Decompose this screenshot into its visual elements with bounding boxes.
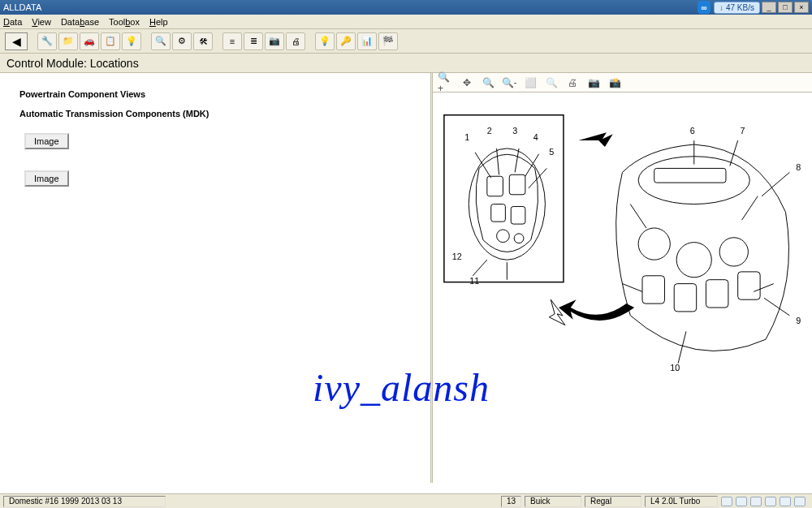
menu-data[interactable]: Data <box>3 17 22 27</box>
status-make: Buick <box>525 496 581 507</box>
svg-point-7 <box>514 234 524 243</box>
svg-line-28 <box>678 331 686 363</box>
minimize-button[interactable]: _ <box>762 2 776 13</box>
status-model: Regal <box>585 496 641 507</box>
tool-icon-6[interactable]: 🔍 <box>151 32 171 50</box>
status-engine: L4 2.0L Turbo <box>645 496 718 507</box>
svg-rect-5 <box>511 206 525 224</box>
content-area: Powertrain Component Views Automatic Tra… <box>0 73 812 483</box>
tool-icon-3[interactable]: 🚗 <box>80 32 99 50</box>
left-pane: Powertrain Component Views Automatic Tra… <box>0 73 430 483</box>
svg-rect-4 <box>491 204 506 222</box>
svg-line-10 <box>515 149 519 172</box>
heading-powertrain: Powertrain Component Views <box>19 89 421 99</box>
status-domestic: Domestic #16 1999 2013 03 13 <box>3 496 166 507</box>
menu-view[interactable]: View <box>32 17 51 27</box>
diagram-viewport[interactable]: 1 2 3 4 5 11 12 <box>433 93 812 483</box>
status-bar: Domestic #16 1999 2013 03 13 13 Buick Re… <box>0 493 812 508</box>
callout-7: 7 <box>741 126 745 136</box>
print-icon[interactable]: 🖨 <box>286 32 305 50</box>
svg-rect-16 <box>654 168 726 183</box>
svg-point-6 <box>497 230 510 243</box>
print-image-icon[interactable]: 🖨 <box>564 75 581 90</box>
svg-point-18 <box>676 243 711 278</box>
svg-rect-3 <box>509 174 525 195</box>
menu-database[interactable]: Database <box>61 17 99 27</box>
right-pane: 🔍+ ✥ 🔍 🔍- ⬜ 🔍 🖨 📷 📸 <box>433 73 812 483</box>
callout-6: 6 <box>690 126 695 136</box>
callout-2: 2 <box>487 126 492 136</box>
svg-rect-20 <box>642 276 664 304</box>
camera2-icon[interactable]: 📸 <box>607 75 623 90</box>
tool-icon-13[interactable]: 💡 <box>315 32 335 50</box>
tool-icon-8[interactable]: 🛠 <box>193 32 213 50</box>
tool-icon-15[interactable]: 📊 <box>357 32 377 50</box>
close-button[interactable]: × <box>794 2 809 13</box>
callout-3: 3 <box>512 126 517 136</box>
breadcrumb-bar: Control Module: Locations <box>0 54 812 73</box>
svg-rect-0 <box>444 115 564 282</box>
image-button-1[interactable]: Image <box>24 133 69 149</box>
tool-icon-1[interactable]: 🔧 <box>37 32 57 50</box>
tool-icon-10[interactable]: ≣ <box>244 32 263 50</box>
image-button-2[interactable]: Image <box>24 170 69 187</box>
callout-4: 4 <box>533 132 538 142</box>
zoom-reset-icon[interactable]: 🔍 <box>543 75 559 90</box>
arrow-curved-icon <box>559 299 634 321</box>
tool-icon-4[interactable]: 📋 <box>101 32 120 50</box>
svg-point-1 <box>469 149 545 260</box>
camera-icon[interactable]: 📷 <box>585 75 602 90</box>
speed-label: 47 KB/s <box>726 3 754 12</box>
title-bar: ALLDATA _ □ × <box>0 0 812 15</box>
status-year: 13 <box>501 496 521 507</box>
arrow-right-icon <box>579 132 613 147</box>
main-toolbar: ◀ 🔧 📁 🚗 📋 💡 🔍 ⚙ 🛠 ≡ ≣ 📷 🖨 💡 🔑 📊 🏁 <box>0 29 812 54</box>
zoom-fit-icon[interactable]: ⬜ <box>522 75 538 90</box>
callout-9: 9 <box>796 316 801 325</box>
svg-point-17 <box>638 228 670 260</box>
status-tray <box>721 497 809 506</box>
svg-line-9 <box>497 149 499 174</box>
tool-icon-7[interactable]: ⚙ <box>172 32 192 50</box>
tray-icon-3[interactable] <box>750 497 762 506</box>
callout-12: 12 <box>452 252 462 261</box>
zoom-tool-icon[interactable]: 🔍 <box>480 75 496 90</box>
tool-icon-9[interactable]: ≡ <box>222 32 242 50</box>
back-button[interactable]: ◀ <box>5 32 28 50</box>
watermark-text: ivy_alansh <box>313 365 490 410</box>
svg-line-13 <box>473 260 487 276</box>
tray-icon-5[interactable] <box>780 497 791 506</box>
zoom-out-icon[interactable]: 🔍- <box>501 75 517 90</box>
callout-1: 1 <box>464 132 469 142</box>
menu-help[interactable]: Help <box>149 17 168 27</box>
menu-toolbox[interactable]: Toolbox <box>109 17 140 27</box>
tool-icon-11[interactable]: 📷 <box>265 32 284 50</box>
callout-11: 11 <box>469 276 479 286</box>
tool-icon-2[interactable]: 📁 <box>58 32 78 50</box>
tray-icon-1[interactable] <box>721 497 732 506</box>
arrow-down-icon <box>549 299 565 325</box>
callout-5: 5 <box>549 147 554 157</box>
callout-10: 10 <box>670 363 680 372</box>
breadcrumb-text: Control Module: Locations <box>6 57 139 70</box>
down-arrow-icon: ↓ <box>719 3 723 12</box>
heading-transmission: Automatic Transmission Components (MDK) <box>19 109 421 118</box>
pan-icon[interactable]: ✥ <box>459 75 475 90</box>
speed-indicator-area: ∞ ↓ 47 KB/s <box>698 1 760 14</box>
callout-8: 8 <box>796 162 801 172</box>
tool-icon-16[interactable]: 🏁 <box>378 32 398 50</box>
zoom-in-icon[interactable]: 🔍+ <box>438 75 454 90</box>
tool-icon-14[interactable]: 🔑 <box>336 32 356 50</box>
tray-icon-6[interactable] <box>794 497 806 506</box>
svg-rect-2 <box>487 176 503 196</box>
svg-line-27 <box>764 298 789 316</box>
tray-icon-4[interactable] <box>765 497 776 506</box>
app-title: ALLDATA <box>3 2 41 12</box>
maximize-button[interactable]: □ <box>778 2 793 13</box>
tool-icon-5[interactable]: 💡 <box>122 32 141 50</box>
svg-point-19 <box>719 238 748 266</box>
svg-rect-22 <box>706 280 728 308</box>
network-icon: ∞ <box>698 1 710 14</box>
tray-icon-2[interactable] <box>736 497 747 506</box>
menu-bar: Data View Database Toolbox Help <box>0 15 812 29</box>
